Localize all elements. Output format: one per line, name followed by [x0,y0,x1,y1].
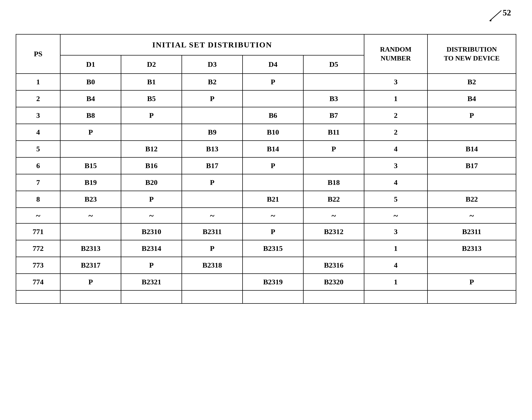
cell-ps: 5 [16,141,60,157]
cell-ps: 1 [16,74,60,90]
cell-rn: 2 [364,107,427,124]
cell-d5: B2316 [303,257,364,274]
cell-ps: 7 [16,174,60,191]
header-random-number-top: RANDOMNUMBER [364,34,427,74]
cell-rn: 1 [364,274,427,290]
cell-dist: B17 [427,157,516,174]
cell-rn: ~ [364,208,427,223]
cell-dist [427,174,516,191]
cell-rn: 3 [364,157,427,174]
cell-d5: B18 [303,174,364,191]
cell-d3: P [182,240,243,257]
cell-d4: B6 [243,107,303,124]
cell-rn: 3 [364,223,427,240]
cell-empty [303,290,364,303]
cell-d5: P [303,141,364,157]
cell-ps: 771 [16,223,60,240]
cell-d4: B10 [243,124,303,141]
col-header-d4: D4 [243,55,303,74]
col-header-d2: D2 [121,55,182,74]
cell-d2: B20 [121,174,182,191]
cell-empty [16,290,60,303]
cell-ps: ~ [16,208,60,223]
col-header-d5: D5 [303,55,364,74]
table-last-empty-row [16,290,516,303]
cell-d2: B2321 [121,274,182,290]
table-row: 5B12B13B14P4B14 [16,141,516,157]
cell-rn: 1 [364,240,427,257]
cell-d4: P [243,157,303,174]
cell-dist: ~ [427,208,516,223]
cell-d5 [303,240,364,257]
cell-d5: B2320 [303,274,364,290]
cell-d2: P [121,107,182,124]
cell-ps: 6 [16,157,60,174]
cell-d1: B23 [60,191,121,208]
cell-rn: 4 [364,174,427,191]
cell-d2: B16 [121,157,182,174]
cell-ps: 4 [16,124,60,141]
table-row: 4PB9B10B112 [16,124,516,141]
data-table: PS INITIAL SET DISTRIBUTION RANDOMNUMBER… [16,34,516,304]
header-ps-empty: PS [16,34,60,74]
cell-d3: B13 [182,141,243,157]
cell-d1: ~ [60,208,121,223]
cell-d1: B4 [60,90,121,107]
cell-d1: P [60,124,121,141]
cell-d1: B2313 [60,240,121,257]
cell-d3 [182,107,243,124]
table-row: 772B2313B2314PB23151B2313 [16,240,516,257]
cell-dist: P [427,274,516,290]
cell-rn: 3 [364,74,427,90]
cell-d2: P [121,191,182,208]
cell-rn: 5 [364,191,427,208]
cell-d3: B2318 [182,257,243,274]
cell-empty [427,290,516,303]
cell-d2: B5 [121,90,182,107]
cell-d2: P [121,257,182,274]
table-row: 771B2310B2311PB23123B2311 [16,223,516,240]
cell-d2: ~ [121,208,182,223]
table-row: 3B8PB6B72P [16,107,516,124]
cell-empty [60,290,121,303]
cell-d2: B2310 [121,223,182,240]
cell-ps: 774 [16,274,60,290]
cell-dist: B4 [427,90,516,107]
cell-d3: P [182,174,243,191]
cell-empty [364,290,427,303]
cell-d1: B2317 [60,257,121,274]
cell-empty [182,290,243,303]
cell-d4 [243,90,303,107]
col-header-d3: D3 [182,55,243,74]
cell-ps: 772 [16,240,60,257]
cell-d4 [243,174,303,191]
cell-d4: B14 [243,141,303,157]
cell-ps: 8 [16,191,60,208]
cell-d3: P [182,90,243,107]
cell-d1 [60,141,121,157]
cell-d2: B2314 [121,240,182,257]
cell-d4: B2319 [243,274,303,290]
cell-d1: P [60,274,121,290]
col-header-d1: D1 [60,55,121,74]
cell-dist: B22 [427,191,516,208]
figure-number: 52 [487,8,511,21]
cell-d5: B7 [303,107,364,124]
cell-empty [243,290,303,303]
cell-ps: 2 [16,90,60,107]
cell-dist: P [427,107,516,124]
cell-ps: 3 [16,107,60,124]
cell-d2 [121,124,182,141]
cell-dist [427,124,516,141]
cell-dist: B2311 [427,223,516,240]
main-table-container: PS INITIAL SET DISTRIBUTION RANDOMNUMBER… [16,34,516,304]
cell-ps: 773 [16,257,60,274]
cell-dist: B2313 [427,240,516,257]
cell-empty [121,290,182,303]
header-initial-set-distribution: INITIAL SET DISTRIBUTION [60,34,364,55]
cell-d1: B15 [60,157,121,174]
table-row: 773B2317PB2318B23164 [16,257,516,274]
cell-d2: B1 [121,74,182,90]
cell-rn: 1 [364,90,427,107]
cell-dist: B14 [427,141,516,157]
